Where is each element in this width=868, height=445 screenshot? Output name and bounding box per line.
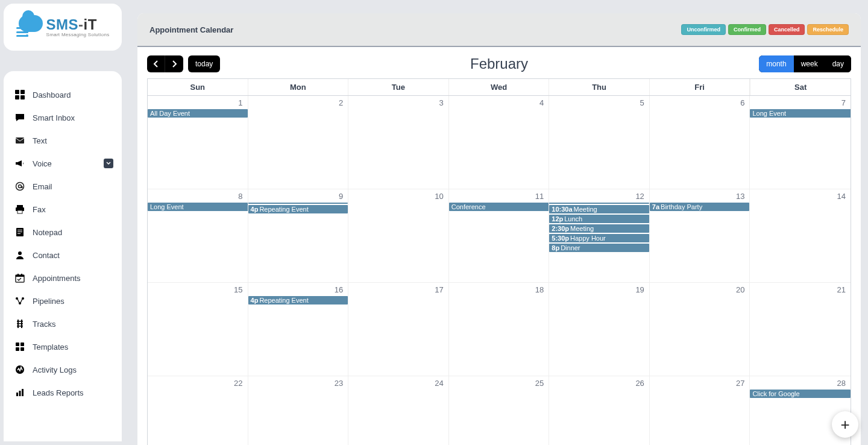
sidebar-item-templates[interactable]: Templates bbox=[4, 335, 122, 358]
day-events: 7aBirthday Party bbox=[650, 203, 750, 212]
day-cell[interactable]: 26 bbox=[549, 376, 650, 445]
sidebar-item-smart-inbox[interactable]: Smart Inbox bbox=[4, 106, 122, 129]
day-cell[interactable]: 19 bbox=[549, 283, 650, 376]
calendar-event[interactable]: Click for Google bbox=[750, 390, 851, 398]
pipeline-icon bbox=[14, 295, 25, 306]
calendar-event[interactable]: 7aBirthday Party bbox=[650, 203, 750, 211]
event-title: Repeating Event bbox=[259, 206, 308, 213]
next-button[interactable] bbox=[165, 55, 183, 72]
day-cell[interactable]: 6 bbox=[650, 96, 750, 189]
sidebar-item-leads-reports[interactable]: Leads Reports bbox=[4, 381, 122, 404]
calendar-event[interactable]: Long Event bbox=[148, 203, 248, 211]
day-cell[interactable]: 164pRepeating Event bbox=[248, 283, 349, 376]
day-number: 2 bbox=[339, 98, 343, 107]
printer-icon bbox=[14, 204, 25, 215]
at-icon bbox=[14, 181, 25, 192]
prev-button[interactable] bbox=[147, 55, 165, 72]
day-cell[interactable]: 2 bbox=[248, 96, 349, 189]
sidebar-item-text[interactable]: Text bbox=[4, 129, 122, 152]
sidebar-item-dashboard[interactable]: Dashboard bbox=[4, 83, 122, 106]
day-cell[interactable]: 4 bbox=[449, 96, 550, 189]
day-header: Mon bbox=[248, 79, 349, 95]
day-cell[interactable]: 15 bbox=[148, 283, 248, 376]
day-cell[interactable]: 17 bbox=[348, 283, 449, 376]
day-cell[interactable]: 20 bbox=[650, 283, 750, 376]
calendar-event[interactable]: Long Event bbox=[750, 109, 851, 118]
day-cell[interactable]: 137aBirthday Party bbox=[650, 189, 750, 283]
calendar-event[interactable]: 8pDinner bbox=[549, 244, 649, 252]
calendar-event[interactable] bbox=[248, 203, 348, 204]
day-cell[interactable]: 10 bbox=[348, 189, 449, 283]
sidebar-item-notepad[interactable]: Notepad bbox=[4, 221, 122, 244]
panel-header: Appointment Calendar UnconfirmedConfirme… bbox=[137, 13, 861, 47]
day-cell[interactable]: 7Long Event bbox=[750, 96, 851, 189]
event-title: Lunch bbox=[564, 215, 582, 222]
calendar-event[interactable]: 4pRepeating Event bbox=[248, 205, 348, 213]
svg-rect-18 bbox=[21, 274, 22, 276]
day-header: Thu bbox=[549, 79, 650, 95]
svg-rect-25 bbox=[17, 323, 23, 324]
day-cell[interactable]: 28Click for Google bbox=[750, 376, 851, 445]
day-number: 17 bbox=[435, 285, 443, 294]
sidebar-item-contact[interactable]: Contact bbox=[4, 244, 122, 267]
calendar-event[interactable]: All Day Event bbox=[148, 109, 248, 118]
chat-icon bbox=[14, 112, 25, 123]
day-cell[interactable]: 24 bbox=[348, 376, 449, 445]
calendar-event[interactable] bbox=[549, 203, 649, 204]
day-cell[interactable]: 1210:30aMeeting12pLunch2:30pMeeting5:30p… bbox=[549, 189, 650, 283]
day-cell[interactable]: 94pRepeating Event bbox=[248, 189, 349, 283]
svg-rect-24 bbox=[17, 321, 23, 322]
status-badge-reschedule[interactable]: Reschedule bbox=[807, 24, 849, 35]
day-number: 14 bbox=[837, 192, 846, 201]
day-number: 20 bbox=[736, 285, 744, 294]
sidebar-item-label: Smart Inbox bbox=[33, 113, 75, 122]
status-badge-unconfirmed[interactable]: Unconfirmed bbox=[681, 24, 726, 35]
view-month-button[interactable]: month bbox=[759, 55, 793, 72]
day-cell[interactable]: 25 bbox=[449, 376, 550, 445]
day-number: 26 bbox=[635, 379, 644, 388]
event-title: Meeting bbox=[574, 206, 597, 213]
view-day-button[interactable]: day bbox=[825, 55, 851, 72]
sidebar-item-appointments[interactable]: Appointments bbox=[4, 267, 122, 289]
day-events: Long Event bbox=[750, 109, 851, 119]
day-cell[interactable]: 18 bbox=[449, 283, 550, 376]
sidebar-item-email[interactable]: Email bbox=[4, 175, 122, 198]
view-switcher: month week day bbox=[759, 55, 851, 72]
day-cell[interactable]: 22 bbox=[148, 376, 248, 445]
calendar-event[interactable]: 10:30aMeeting bbox=[549, 205, 649, 213]
day-cell[interactable]: 23 bbox=[248, 376, 349, 445]
day-cell[interactable]: 21 bbox=[750, 283, 851, 376]
svg-point-14 bbox=[18, 251, 22, 255]
sidebar-item-voice[interactable]: Voice bbox=[4, 152, 122, 175]
sidebar-item-activity-logs[interactable]: Activity Logs bbox=[4, 358, 122, 381]
megaphone-icon bbox=[14, 158, 25, 169]
sidebar-item-pipelines[interactable]: Pipelines bbox=[4, 289, 122, 312]
day-cell[interactable]: 8Long Event bbox=[148, 189, 248, 283]
day-cell[interactable]: 14 bbox=[750, 189, 851, 283]
day-cell[interactable]: 5 bbox=[549, 96, 650, 189]
add-button[interactable]: + bbox=[832, 411, 858, 438]
sidebar-item-label: Activity Logs bbox=[33, 365, 77, 374]
view-week-button[interactable]: week bbox=[794, 55, 825, 72]
calendar-event[interactable]: 4pRepeating Event bbox=[248, 296, 348, 305]
day-number: 4 bbox=[539, 98, 544, 107]
sidebar-item-label: Contact bbox=[33, 251, 60, 260]
sidebar-item-fax[interactable]: Fax bbox=[4, 198, 122, 221]
day-cell[interactable]: 11Conference bbox=[449, 189, 550, 283]
day-cell[interactable]: 1All Day Event bbox=[148, 96, 248, 189]
day-number: 10 bbox=[435, 192, 443, 201]
status-badge-cancelled[interactable]: Cancelled bbox=[769, 24, 805, 35]
calendar-event[interactable]: Conference bbox=[449, 203, 550, 211]
calendar-event[interactable]: 5:30pHappy Hour bbox=[549, 234, 649, 242]
day-number: 11 bbox=[535, 192, 544, 201]
calendar-event[interactable]: 12pLunch bbox=[549, 215, 649, 223]
day-cell[interactable]: 3 bbox=[348, 96, 449, 189]
calendar-event[interactable]: 2:30pMeeting bbox=[549, 224, 649, 233]
svg-rect-32 bbox=[16, 393, 18, 396]
today-button[interactable]: today bbox=[188, 55, 220, 72]
svg-rect-7 bbox=[17, 205, 23, 207]
day-cell[interactable]: 27 bbox=[650, 376, 750, 445]
leads-icon bbox=[14, 387, 25, 398]
sidebar-item-tracks[interactable]: Tracks bbox=[4, 312, 122, 335]
status-badge-confirmed[interactable]: Confirmed bbox=[728, 24, 766, 35]
